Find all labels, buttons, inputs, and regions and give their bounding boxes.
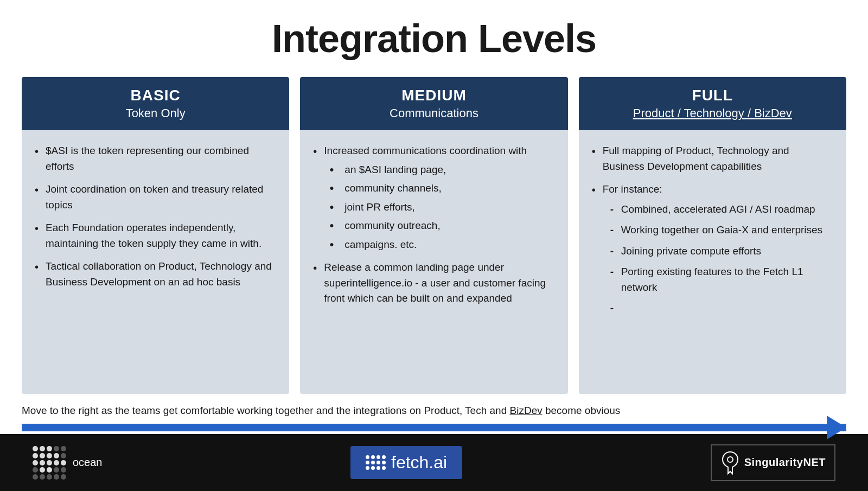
arrow-container [22, 421, 846, 434]
card-full-header: FULL Product / Technology / BizDev [579, 77, 846, 130]
dot [376, 466, 380, 470]
dot [54, 467, 59, 473]
dot [366, 461, 369, 464]
card-full: FULL Product / Technology / BizDev Full … [579, 77, 846, 394]
dot [376, 461, 380, 464]
card-basic-title: BASIC [33, 87, 278, 104]
arrow-line [22, 424, 846, 431]
card-basic: BASIC Token Only $ASI is the token repre… [22, 77, 289, 394]
list-item: For instance: Combined, accelerated AGI … [592, 182, 833, 316]
list-item: community outreach, [329, 218, 554, 234]
fetch-grid-icon [366, 455, 386, 470]
list-item: an $ASI landing page, [329, 162, 554, 178]
dot [33, 474, 38, 480]
ocean-dots-icon [33, 446, 66, 480]
basic-list: $ASI is the token representing our combi… [35, 143, 276, 290]
list-item: Release a common landing page under supe… [313, 260, 554, 307]
fetch-label: fetch.ai [391, 452, 447, 473]
dot [61, 474, 66, 480]
list-item: Joining private compute efforts [608, 244, 833, 259]
full-dash-list: Combined, accelerated AGI / ASI roadmap … [608, 202, 833, 316]
list-item: Working together on Gaia-X and enterpris… [608, 222, 833, 238]
arrow-head [827, 416, 846, 439]
dot [382, 461, 386, 464]
dot [33, 467, 38, 473]
card-full-subtitle: Product / Technology / BizDev [590, 106, 835, 120]
card-full-body: Full mapping of Product, Technology and … [579, 130, 846, 394]
card-medium-title: MEDIUM [311, 87, 557, 104]
card-full-title: FULL [590, 87, 835, 104]
dot [47, 460, 52, 466]
list-item: Porting existing features to the Fetch L… [608, 264, 833, 295]
svg-point-0 [727, 457, 733, 462]
dot [54, 460, 59, 466]
list-item: joint PR efforts, [329, 200, 554, 215]
cards-container: BASIC Token Only $ASI is the token repre… [22, 77, 846, 394]
page-title: Integration Levels [22, 16, 846, 61]
dot [61, 446, 66, 451]
dot [33, 446, 38, 451]
list-item: community channels, [329, 181, 554, 196]
dot [54, 453, 59, 458]
card-medium-header: MEDIUM Communications [300, 77, 567, 130]
dot [33, 460, 38, 466]
list-item: Full mapping of Product, Technology and … [592, 143, 833, 174]
dot [371, 455, 375, 459]
dot [40, 446, 45, 451]
ocean-logo: ocean [33, 446, 103, 480]
medium-sublist: an $ASI landing page, community channels… [329, 162, 554, 253]
card-basic-header: BASIC Token Only [22, 77, 289, 130]
dot [61, 453, 66, 458]
dot [54, 474, 59, 480]
dot [382, 466, 386, 470]
main-content: Integration Levels BASIC Token Only $ASI… [0, 0, 868, 399]
dot [33, 453, 38, 458]
card-basic-body: $ASI is the token representing our combi… [22, 130, 289, 394]
dot [366, 466, 369, 470]
dot [40, 474, 45, 480]
full-list: Full mapping of Product, Technology and … [592, 143, 833, 316]
dot [61, 467, 66, 473]
card-medium-subtitle: Communications [311, 106, 557, 120]
list-item [608, 301, 833, 316]
list-item: Combined, accelerated AGI / ASI roadmap [608, 202, 833, 218]
list-item: Joint coordination on token and treasury… [35, 182, 276, 213]
list-item: $ASI is the token representing our combi… [35, 143, 276, 174]
dot [40, 460, 45, 466]
footer: ocean fetch.ai SingularityNET [0, 434, 868, 491]
bottom-section: Move to the right as the teams get comfo… [0, 399, 868, 434]
card-medium-body: Increased communications coordination wi… [300, 130, 567, 394]
dot [40, 467, 45, 473]
dot [382, 455, 386, 459]
dot [376, 455, 380, 459]
dot [47, 474, 52, 480]
dot [40, 453, 45, 458]
singularity-label: SingularityNET [744, 456, 826, 469]
singularity-logo: SingularityNET [711, 444, 835, 481]
singularity-icon [720, 451, 740, 475]
dot [371, 461, 375, 464]
card-medium: MEDIUM Communications Increased communic… [300, 77, 567, 394]
dot [47, 446, 52, 451]
dot [54, 446, 59, 451]
fetch-logo: fetch.ai [350, 446, 462, 479]
medium-list: Increased communications coordination wi… [313, 143, 554, 307]
dot [47, 453, 52, 458]
list-item: Each Foundation operates independently, … [35, 220, 276, 251]
ocean-label: ocean [73, 456, 103, 469]
list-item: Tactical collaboration on Product, Techn… [35, 259, 276, 290]
list-item: Increased communications coordination wi… [313, 143, 554, 252]
move-text: Move to the right as the teams get comfo… [22, 405, 846, 417]
dot [47, 467, 52, 473]
dot [61, 460, 66, 466]
dot [366, 455, 369, 459]
card-basic-subtitle: Token Only [33, 106, 278, 120]
list-item: campaigns. etc. [329, 237, 554, 253]
dot [371, 466, 375, 470]
